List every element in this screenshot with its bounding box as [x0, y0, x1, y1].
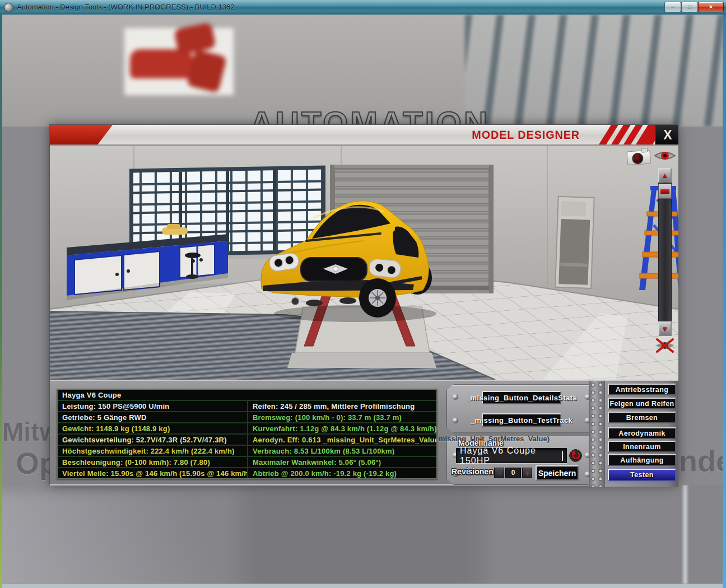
scroll-up-button[interactable]: ▲: [658, 168, 672, 183]
revisions-label: Revisionen: [452, 467, 494, 476]
poster-car-shape: [174, 22, 216, 55]
refresh-icon: ↻: [570, 449, 580, 463]
stat-power: Leistung: 150 PS@5900 U/min: [58, 401, 248, 411]
viewport-3d[interactable]: ▲ ▼: [50, 146, 678, 380]
stats-row: Höchstgeschwindigkeit: 222.4 km/h (222.4…: [58, 445, 436, 456]
rivet-strip: [589, 381, 604, 487]
background-light-edge: [681, 485, 689, 588]
close-button[interactable]: X: [655, 125, 678, 146]
stat-cornering: Kurvenfahrt: 1.12g @ 84.3 km/h (1.12g @ …: [248, 424, 436, 433]
test-track-button[interactable]: _missing_Button_TestTrack: [482, 413, 561, 427]
scrollbar-thumb[interactable]: [658, 184, 672, 199]
window-maximize-icon: □: [688, 4, 691, 10]
window-left-border: [0, 15, 2, 588]
details-stats-button-label: _missing_Button_DetailsStats: [466, 394, 577, 402]
window-bottom-border: [0, 584, 726, 588]
sidebar-button-brakes[interactable]: Bremsen: [608, 412, 676, 423]
stats-row: Leistung: 150 PS@5900 U/min Reifen: 245 …: [58, 400, 436, 411]
stat-tyres: Reifen: 245 / 285 mm, Mittlere Profilmis…: [248, 402, 436, 410]
sidebar-button-test[interactable]: Testen: [608, 469, 676, 481]
model-designer-title: MODEL DESIGNER: [472, 128, 580, 142]
stats-row: Getriebe: 5 Gänge RWD Bremsweg: (100 km/…: [58, 411, 436, 422]
sidebar-button-suspension[interactable]: Aufhängung: [608, 454, 676, 466]
model-name-value: Hayga V6 Coupe 150HP: [460, 446, 561, 466]
sidebar-button-aerodynamics[interactable]: Aerodynamik: [608, 427, 676, 439]
scroll-down-icon: ▼: [662, 325, 668, 333]
leaning-panel: [555, 197, 594, 288]
sidebar-button-interior[interactable]: Innenraum: [608, 441, 676, 452]
stats-table: Hayga V6 Coupe Leistung: 150 PS@5900 U/m…: [57, 389, 438, 479]
window-close-button[interactable]: ✕: [698, 2, 724, 12]
screw-icon: [453, 394, 458, 400]
background-car-poster: [124, 28, 234, 95]
background-dark-shape: [241, 485, 482, 588]
background-lower-blur: [0, 485, 726, 588]
garage-scene: [50, 146, 678, 380]
stat-quarter-mile: Viertel Meile: 15.90s @ 146 km/h (15.90s…: [58, 468, 248, 478]
camera-viewfinder: [641, 148, 648, 153]
test-track-button-label: _missing_Button_TestTrack: [471, 416, 573, 424]
plus-icon: +: [525, 469, 530, 477]
save-button[interactable]: Speichern: [536, 465, 579, 480]
stat-gearbox: Getriebe: 5 Gänge RWD: [58, 412, 248, 422]
window-maximize-button[interactable]: □: [681, 2, 698, 12]
screw-icon: [453, 418, 458, 423]
close-icon: X: [663, 128, 672, 143]
stat-acceleration: Beschleunigung: (0-100 km/h): 7.80 (7.80…: [58, 457, 248, 467]
revisions-minus-button[interactable]: -: [494, 468, 504, 478]
scroll-down-button[interactable]: ▼: [658, 321, 672, 336]
sidebar-button-wheels-tyres[interactable]: Felgen und Reifen: [608, 398, 676, 409]
window-close-icon: ✕: [709, 4, 713, 10]
stat-body-roll: Maximaler Wankwinkel: 5.06° (5.06°): [248, 458, 436, 466]
stat-weight: Gewicht: 1148.9 kg (1148.9 kg): [58, 423, 248, 433]
stats-overflow-text: missing_Unit_SqrMetres_Value): [439, 435, 550, 443]
stats-row: Gewicht: 1148.9 kg (1148.9 kg) Kurvenfah…: [58, 422, 436, 433]
stats-row: Gewichtsverteilung: 52.7V/47.3R (52.7V/4…: [58, 433, 436, 445]
window-right-border: [723, 15, 726, 588]
stat-aero-efficiency: Aerodyn. Eff: 0.613 _missing_Unit_SqrMet…: [248, 436, 436, 444]
stats-header-row: Hayga V6 Coupe: [58, 390, 436, 400]
scroll-up-icon: ▲: [662, 171, 668, 179]
camera-scrollbar: ▲ ▼: [658, 168, 672, 336]
window-titlebar: Automation - Design Tools - (WORK IN PRO…: [0, 0, 726, 15]
stat-weight-distribution: Gewichtsverteilung: 52.7V/47.3R (52.7V/4…: [58, 435, 248, 445]
screen: Automation - Design Tools - (WORK IN PRO…: [0, 0, 726, 588]
window-minimize-icon: –: [671, 4, 674, 10]
stat-consumption: Verbrauch: 8.53 L/100km (8.53 L/100km): [248, 447, 436, 455]
stats-row: Viertel Meile: 15.90s @ 146 km/h (15.90s…: [58, 467, 436, 478]
stats-model-name: Hayga V6 Coupe: [58, 391, 121, 399]
revisions-value: 0: [505, 468, 521, 478]
details-stats-button[interactable]: _missing_Button_DetailsStats: [482, 391, 561, 404]
stats-row: Beschleunigung: (0-100 km/h): 7.80 (7.80…: [58, 456, 436, 467]
model-name-input[interactable]: Hayga V6 Coupe 150HP: [456, 448, 567, 463]
refresh-name-button[interactable]: ↻: [568, 448, 583, 463]
background-logo-text: AUTOMATION: [190, 104, 549, 127]
window-minimize-button[interactable]: –: [664, 2, 681, 12]
stat-braking: Bremsweg: (100 km/h - 0): 33.7 m (33.7 m…: [248, 413, 436, 422]
background-text-fragment: nde: [679, 444, 726, 478]
poster-car-shape: [187, 49, 227, 93]
revisions-plus-button[interactable]: +: [522, 468, 532, 478]
text-cursor: [562, 451, 563, 461]
minus-icon: -: [498, 469, 501, 477]
stat-downforce: Abtrieb @ 200.0 km/h: -19.2 kg (-19.2 kg…: [248, 469, 436, 478]
model-designer-header: MODEL DESIGNER X: [50, 125, 678, 146]
bottom-panel: Hayga V6 Coupe Leistung: 150 PS@5900 U/m…: [50, 380, 678, 486]
background-garage-blur: AUTOMATION: [0, 15, 726, 127]
app-icon: [4, 3, 13, 12]
sidebar-button-drivetrain[interactable]: Antriebsstrang: [608, 384, 676, 395]
window-title: Automation - Design Tools - (WORK IN PRO…: [17, 3, 234, 11]
hide-overlay-icon[interactable]: [653, 337, 677, 354]
eye-icon[interactable]: [654, 148, 676, 164]
model-designer-window: MODEL DESIGNER X: [49, 124, 678, 485]
stat-top-speed: Höchstgeschwindigkeit: 222.4 km/h (222.4…: [58, 446, 248, 456]
header-red-accent: [50, 125, 116, 146]
details-plate: _missing_Button_DetailsStats _missing_Bu…: [446, 384, 596, 433]
camera-icon[interactable]: [626, 147, 650, 165]
